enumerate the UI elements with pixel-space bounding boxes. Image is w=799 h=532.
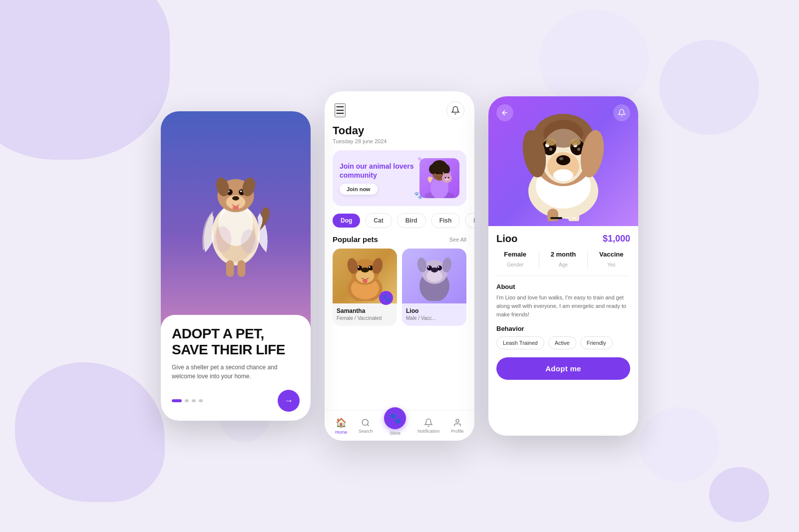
category-fish-button[interactable]: Fish <box>431 213 460 228</box>
back-button[interactable] <box>496 104 513 121</box>
background-blob-5 <box>639 407 719 482</box>
dot-1 <box>185 399 189 402</box>
screen2-body: Today Tuesday 28 june 2024 Join our anim… <box>325 124 474 410</box>
stat-divider-1 <box>539 251 539 268</box>
screen1-dog-area <box>161 111 311 315</box>
stat-gender-value: Female <box>496 251 534 258</box>
svg-point-34 <box>357 266 362 270</box>
see-all-link[interactable]: See All <box>449 237 466 243</box>
nav-store[interactable]: 🐾 Store <box>384 416 406 436</box>
pet-detail-name: Lioo <box>496 233 517 245</box>
svg-point-9 <box>240 190 242 192</box>
behavior-title: Behavior <box>496 325 630 332</box>
community-illustration <box>422 158 457 198</box>
svg-point-21 <box>429 164 437 174</box>
stat-vaccine-value: Vaccine <box>593 251 630 258</box>
behavior-tag-active: Active <box>548 336 576 349</box>
behavior-tag-friendly: Friendly <box>580 336 613 349</box>
svg-rect-15 <box>226 260 234 276</box>
category-cat-button[interactable]: Cat <box>365 213 392 228</box>
behavior-tags: Leash Trained Active Friendly <box>496 336 630 349</box>
nav-notification[interactable]: Notification <box>417 418 440 434</box>
dot-active <box>172 399 182 402</box>
stat-age-value: 2 month <box>544 251 582 258</box>
dog1-svg <box>191 143 281 283</box>
category-bird-button[interactable]: Bird <box>397 213 426 228</box>
svg-point-44 <box>431 267 438 272</box>
detail-bell-icon <box>618 109 626 117</box>
svg-point-75 <box>571 139 581 146</box>
hero-image-dots <box>550 217 576 219</box>
community-image <box>419 158 459 198</box>
svg-point-36 <box>368 266 373 270</box>
nav-profile-label: Profile <box>451 429 464 434</box>
svg-point-23 <box>436 172 438 174</box>
screen1-subtitle: Give a shelter pet a second chance and w… <box>172 363 300 381</box>
join-button[interactable]: Join now <box>340 184 378 195</box>
stat-gender: Female Gender <box>496 251 534 268</box>
screen2-home: ☰ Today Tuesday 28 june 2024 Join our an… <box>325 91 474 441</box>
nav-search[interactable]: Search <box>359 418 373 434</box>
svg-point-24 <box>441 172 443 174</box>
screen2-header: ☰ <box>325 91 474 124</box>
svg-point-13 <box>214 226 231 253</box>
pet-name-price-row: Lioo $1,000 <box>496 233 630 245</box>
svg-point-47 <box>437 266 442 270</box>
background-blob-6 <box>709 467 769 522</box>
svg-point-33 <box>361 267 369 272</box>
pet-card-samantha[interactable]: Samantha Female / Vaccinated 🐾 <box>333 249 397 326</box>
lioo-preview-svg <box>412 251 457 301</box>
nav-profile[interactable]: Profile <box>451 418 464 434</box>
next-button[interactable]: → <box>278 390 300 412</box>
pets-row: Samantha Female / Vaccinated 🐾 <box>333 249 466 326</box>
screen3-hero <box>488 96 638 226</box>
paw-nav-button[interactable]: 🐾 <box>384 407 406 429</box>
menu-button[interactable]: ☰ <box>335 103 346 117</box>
svg-point-70 <box>553 169 573 181</box>
svg-point-10 <box>233 206 239 210</box>
pet-price: $1,000 <box>603 234 630 244</box>
notification-bell-button[interactable] <box>446 101 464 119</box>
detail-bell-button[interactable] <box>613 104 630 121</box>
svg-point-45 <box>427 266 432 270</box>
adopt-me-button[interactable]: Adopt me <box>496 357 630 380</box>
hero-dot-3 <box>572 217 576 219</box>
hero-dot-2 <box>565 217 569 219</box>
community-banner: Join our animal lovers community Join no… <box>333 150 466 206</box>
svg-point-28 <box>448 177 449 179</box>
svg-rect-16 <box>238 260 246 276</box>
svg-point-48 <box>437 266 439 268</box>
svg-point-5 <box>232 196 239 201</box>
notification-icon <box>424 418 433 427</box>
screen1-content: Adopt a pet, save their life Give a shel… <box>161 315 311 421</box>
svg-point-66 <box>549 148 552 151</box>
lioo-name: Lioo <box>406 307 462 314</box>
nav-home-label: Home <box>335 430 347 435</box>
svg-point-67 <box>577 148 580 151</box>
svg-point-37 <box>369 266 370 268</box>
svg-point-14 <box>241 229 257 254</box>
stat-gender-label: Gender <box>507 262 523 267</box>
category-dog-button[interactable]: Dog <box>333 214 360 228</box>
category-more-button[interactable]: R <box>465 213 474 228</box>
svg-point-60 <box>556 155 570 165</box>
search-icon <box>361 418 370 427</box>
lioo-image <box>402 249 466 303</box>
screen1-headline: Adopt a pet, save their life <box>172 326 300 358</box>
nav-home[interactable]: 🏠 Home <box>335 417 347 435</box>
svg-point-74 <box>546 139 556 146</box>
about-text: I'm Lioo and love fun walks, I'm easy to… <box>496 293 630 319</box>
stat-age: 2 month Age <box>544 251 582 268</box>
svg-rect-72 <box>568 209 579 221</box>
svg-point-35 <box>358 266 359 268</box>
lioo-detail: Male / Vacc... <box>406 315 462 321</box>
screen1-onboarding: Adopt a pet, save their life Give a shel… <box>161 111 311 421</box>
banner-paw-icon: 🐾 <box>414 191 422 199</box>
nav-search-label: Search <box>359 429 373 434</box>
popular-header: Popular pets See All <box>333 235 466 244</box>
svg-point-53 <box>456 419 459 422</box>
samantha-name: Samantha <box>337 307 393 314</box>
back-arrow-icon <box>501 109 509 117</box>
pet-card-lioo[interactable]: Lioo Male / Vacc... <box>402 249 466 326</box>
beagle-svg <box>503 106 623 221</box>
